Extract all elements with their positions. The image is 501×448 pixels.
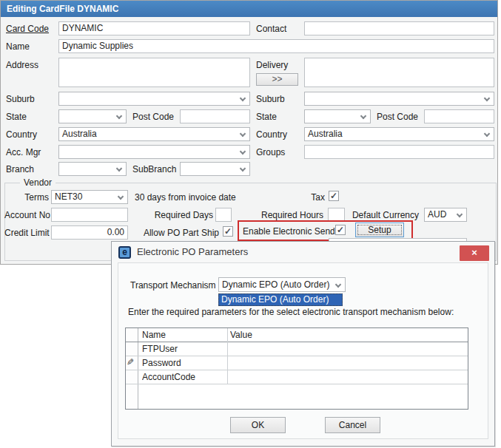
post-code-right-label: Post Code [377, 112, 418, 123]
setup-button[interactable]: Setup [355, 223, 404, 237]
state-left-label: State [6, 112, 27, 123]
allow-po-part-ship-checkbox[interactable]: ✓ [223, 226, 233, 237]
check-icon: ✓ [330, 191, 337, 201]
transport-mechanism-combo[interactable]: Dynamic EPO (Auto Order) [218, 277, 346, 292]
grid-row-name[interactable]: Password [142, 356, 225, 370]
grid-header-value: Value [230, 328, 378, 342]
ok-button[interactable]: OK [230, 417, 286, 433]
chevron-down-icon [240, 131, 246, 137]
edit-pencil-icon: ✎ [127, 357, 134, 367]
chevron-down-icon [240, 166, 246, 172]
default-currency-label: Default Currency [349, 210, 419, 221]
post-code-left-input[interactable] [180, 109, 250, 123]
name-input[interactable]: Dynamic Supplies [58, 39, 494, 53]
acc-mgr-combo[interactable] [58, 145, 250, 159]
allow-po-part-ship-label: Allow PO Part Ship [138, 228, 219, 239]
dropdown-option-selected[interactable]: Dynamic EPO (Auto Order) [218, 293, 343, 306]
chevron-down-icon [484, 131, 490, 137]
transport-mechanism-value: Dynamic EPO (Auto Order) [222, 279, 329, 290]
terms-note: 30 days from invoice date [135, 192, 236, 203]
branch-combo[interactable] [58, 162, 127, 176]
country-left-value: Australia [62, 129, 97, 139]
chevron-down-icon [116, 113, 122, 119]
card-code-label: Card Code [6, 24, 49, 35]
post-code-left-label: Post Code [132, 112, 174, 123]
suburb-right-combo[interactable] [304, 92, 494, 106]
cardfile-editor-window: Editing CardFile DYNAMIC Card Code DYNAM… [0, 0, 498, 265]
chevron-down-icon [240, 149, 246, 155]
address-input[interactable] [58, 58, 250, 87]
country-right-value: Australia [308, 129, 343, 139]
chevron-down-icon [484, 95, 490, 101]
cancel-button[interactable]: Cancel [325, 417, 380, 433]
terms-value: NET30 [55, 191, 82, 202]
card-code-input[interactable]: DYNAMIC [58, 21, 250, 35]
terms-label: Terms [7, 192, 49, 203]
tax-checkbox[interactable]: ✓ [329, 191, 339, 201]
required-days-label: Required Days [149, 210, 213, 221]
suburb-left-label: Suburb [6, 94, 35, 105]
suburb-right-label: Suburb [256, 94, 285, 105]
chevron-down-icon [118, 194, 124, 200]
currency-value: AUD [428, 209, 446, 220]
country-left-label: Country [6, 129, 37, 140]
check-icon: ✓ [224, 226, 232, 237]
state-left-combo[interactable] [58, 109, 127, 123]
chevron-down-icon [360, 113, 366, 119]
grid-row-name[interactable]: FTPUser [142, 342, 225, 356]
close-icon: × [471, 247, 477, 258]
check-icon: ✓ [337, 225, 344, 235]
required-days-input[interactable] [215, 208, 232, 222]
state-right-label: State [256, 112, 277, 123]
chevron-down-icon [240, 95, 246, 101]
post-code-right-input[interactable] [424, 109, 494, 123]
country-left-combo[interactable]: Australia [58, 127, 250, 141]
state-right-combo[interactable] [304, 109, 371, 123]
contact-input[interactable] [304, 21, 494, 35]
close-button[interactable]: × [460, 245, 489, 261]
app-logo-icon: e [118, 246, 131, 259]
tax-label: Tax [297, 192, 325, 203]
acc-mgr-label: Acc. Mgr [6, 147, 41, 158]
vendor-legend: Vendor [20, 177, 56, 189]
credit-limit-input[interactable]: 0.00 [51, 225, 128, 240]
country-right-combo[interactable]: Australia [304, 127, 494, 141]
row-selector-column [126, 328, 138, 409]
country-right-label: Country [256, 129, 287, 140]
enable-electronic-send-label: Enable Electronic Send [243, 226, 335, 237]
grid-row-name[interactable]: AccountCode [142, 370, 225, 384]
terms-combo[interactable]: NET30 [51, 190, 128, 204]
grid-header-name: Name [142, 328, 225, 342]
delivery-label: Delivery [256, 60, 288, 71]
chevron-down-icon [116, 166, 122, 172]
branch-label: Branch [6, 164, 34, 175]
parameters-grid: Name Value FTPUser ✎ Password AccountCod… [125, 327, 468, 410]
name-label: Name [6, 41, 30, 52]
groups-input[interactable] [304, 145, 494, 159]
screen: { "icons": { "check": "✓", "pencil": "✎"… [0, 0, 501, 448]
credit-limit-label: Credit Limit [4, 228, 49, 239]
chevron-down-icon [335, 282, 341, 288]
subbranch-combo[interactable] [180, 162, 250, 176]
enable-electronic-send-checkbox[interactable]: ✓ [335, 225, 346, 235]
copy-address-button[interactable]: >> [256, 73, 298, 86]
delivery-address-input[interactable] [304, 58, 494, 87]
transport-mechanism-label: Transport Mechanism [130, 280, 216, 291]
account-no-input[interactable] [51, 208, 128, 222]
suburb-left-combo[interactable] [58, 92, 250, 106]
groups-label: Groups [256, 147, 285, 158]
dialog-title: Electronic PO Parameters [137, 242, 248, 262]
subbranch-label: SubBranch [132, 164, 176, 175]
required-hours-label: Required Hours [261, 210, 322, 221]
window-title: Editing CardFile DYNAMIC [1, 1, 497, 17]
electronic-po-parameters-dialog: e Electronic PO Parameters × Transport M… [111, 241, 495, 447]
chevron-down-icon [457, 211, 463, 217]
contact-label: Contact [256, 24, 286, 35]
address-label: Address [6, 60, 38, 71]
instruction-text: Enter the required parameters for the se… [128, 307, 483, 318]
account-no-label: Account No [4, 210, 49, 221]
currency-combo[interactable]: AUD [424, 208, 467, 222]
